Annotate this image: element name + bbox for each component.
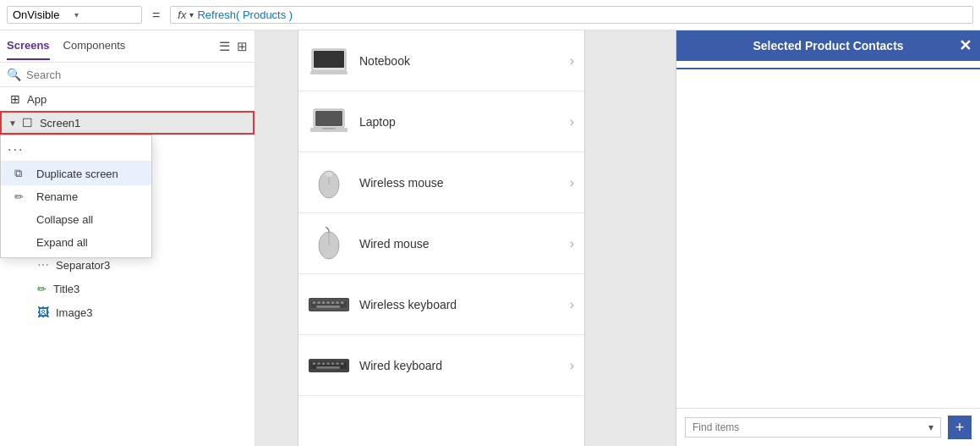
event-selector-label: OnVisible [13, 8, 74, 21]
right-panel-body [676, 61, 980, 408]
product-list: Notebook › Laptop › [298, 30, 585, 446]
wired-mouse-chevron: › [570, 236, 574, 251]
title3-icon: ✏ [37, 283, 47, 295]
collapse-label: Collapse all [36, 213, 93, 226]
tab-components[interactable]: Components [63, 32, 126, 60]
wired-keyboard-chevron: › [570, 358, 574, 373]
svg-rect-16 [322, 301, 326, 304]
main-layout: Screens Components ☰ ⊞ 🔍 ⊞ App ▼ ☐ [0, 30, 980, 446]
tree-item-title3[interactable]: ✏ Title3 [0, 277, 255, 300]
find-items-input[interactable] [693, 421, 928, 433]
event-selector[interactable]: OnVisible ▾ [7, 6, 142, 24]
context-menu-collapse[interactable]: Collapse all [1, 208, 151, 231]
right-panel-title: Selected Product Contacts [753, 39, 903, 52]
tab-screens[interactable]: Screens [7, 32, 50, 60]
svg-rect-6 [322, 128, 336, 129]
context-menu-expand[interactable]: Expand all [1, 231, 151, 254]
wireless-keyboard-name: Wireless keyboard [359, 298, 560, 311]
title3-label: Title3 [53, 283, 255, 295]
wireless-keyboard-chevron: › [570, 297, 574, 312]
wireless-mouse-image [309, 168, 349, 198]
tree-item-screen1[interactable]: ▼ ☐ Screen1 [0, 111, 255, 135]
svg-rect-19 [336, 301, 339, 304]
svg-rect-28 [331, 362, 335, 365]
notebook-chevron: › [570, 53, 574, 69]
search-input[interactable] [26, 69, 248, 81]
tree: ⊞ App ▼ ☐ Screen1 ··· ⧉ [0, 87, 255, 446]
svg-rect-15 [317, 301, 320, 304]
grid-view-icon[interactable]: ⊞ [237, 39, 248, 54]
rename-label: Rename [36, 190, 78, 203]
laptop-chevron: › [570, 114, 574, 129]
product-item-wired-mouse[interactable]: Wired mouse › [298, 213, 584, 274]
app-label: App [27, 93, 255, 106]
formula-content: Refresh( Products ) [197, 8, 293, 21]
list-view-icon[interactable]: ☰ [219, 39, 230, 54]
formula-bar[interactable]: fx ▾ Refresh( Products ) [170, 6, 973, 24]
top-bar: OnVisible ▾ = fx ▾ Refresh( Products ) [0, 0, 980, 30]
svg-rect-14 [313, 301, 316, 304]
left-panel: Screens Components ☰ ⊞ 🔍 ⊞ App ▼ ☐ [0, 30, 255, 446]
screen1-arrow: ▼ [8, 118, 17, 128]
wired-mouse-name: Wired mouse [359, 237, 560, 251]
notebook-image [309, 46, 349, 76]
product-item-wireless-mouse[interactable]: Wireless mouse › [298, 152, 584, 213]
svg-rect-17 [326, 301, 330, 304]
event-selector-chevron: ▾ [74, 10, 136, 19]
svg-rect-20 [341, 301, 344, 304]
screen1-icon: ☐ [22, 116, 33, 129]
image3-icon: 🖼 [37, 306, 49, 319]
tree-item-image3[interactable]: 🖼 Image3 [0, 300, 255, 324]
svg-rect-21 [316, 305, 340, 307]
svg-rect-31 [316, 366, 340, 368]
context-menu: ··· ⧉ Duplicate screen ✏ Rename Collapse… [0, 135, 152, 258]
screen1-container: ▼ ☐ Screen1 ··· ⧉ Duplicate screen ✏ [0, 111, 255, 135]
product-item-notebook[interactable]: Notebook › [298, 30, 584, 91]
product-item-wired-keyboard[interactable]: Wired keyboard › [298, 335, 584, 396]
right-panel: Selected Product Contacts ✕ ▾ + [676, 30, 980, 446]
search-icon: 🔍 [7, 68, 21, 81]
context-menu-duplicate[interactable]: ⧉ Duplicate screen [1, 162, 151, 185]
product-item-laptop[interactable]: Laptop › [298, 91, 584, 152]
separator3-icon: ⋯ [37, 258, 49, 272]
right-panel-close[interactable]: ✕ [959, 36, 972, 55]
notebook-name: Notebook [359, 54, 560, 68]
svg-rect-1 [314, 51, 344, 68]
formula-text: Refresh( Products ) [197, 8, 293, 21]
svg-rect-30 [341, 362, 344, 365]
find-items-container: ▾ [685, 417, 941, 438]
svg-rect-18 [331, 301, 335, 304]
svg-rect-26 [322, 362, 326, 365]
search-bar: 🔍 [0, 63, 255, 87]
svg-rect-24 [313, 362, 316, 365]
app-icon: ⊞ [10, 92, 20, 106]
right-panel-header: Selected Product Contacts ✕ [676, 30, 980, 61]
right-panel-footer: ▾ + [676, 408, 980, 446]
duplicate-label: Duplicate screen [36, 168, 118, 180]
center-panel: Notebook › Laptop › [255, 30, 676, 446]
right-panel-divider [676, 68, 980, 69]
find-items-dropdown[interactable]: ▾ [928, 421, 933, 433]
svg-rect-4 [315, 111, 342, 126]
svg-rect-29 [336, 362, 339, 365]
context-menu-dots: ··· [8, 142, 24, 157]
rename-icon: ✏ [14, 190, 28, 203]
laptop-image [309, 107, 349, 137]
wireless-keyboard-image [309, 289, 349, 320]
equals-sign: = [149, 8, 163, 23]
laptop-name: Laptop [359, 115, 560, 129]
panel-tabs: Screens Components ☰ ⊞ [0, 30, 255, 63]
svg-point-9 [326, 172, 332, 177]
context-menu-rename[interactable]: ✏ Rename [1, 185, 151, 208]
fx-label: fx [178, 8, 186, 21]
svg-rect-25 [317, 362, 320, 365]
tree-item-app[interactable]: ⊞ App [0, 87, 255, 111]
screen1-label: Screen1 [40, 117, 253, 129]
svg-rect-27 [326, 362, 330, 365]
separator3-label: Separator3 [56, 259, 255, 272]
wired-keyboard-image [309, 350, 349, 381]
wireless-mouse-chevron: › [570, 175, 574, 190]
add-button[interactable]: + [948, 416, 972, 439]
product-item-wireless-keyboard[interactable]: Wireless keyboard › [298, 274, 584, 335]
svg-rect-2 [310, 71, 348, 74]
